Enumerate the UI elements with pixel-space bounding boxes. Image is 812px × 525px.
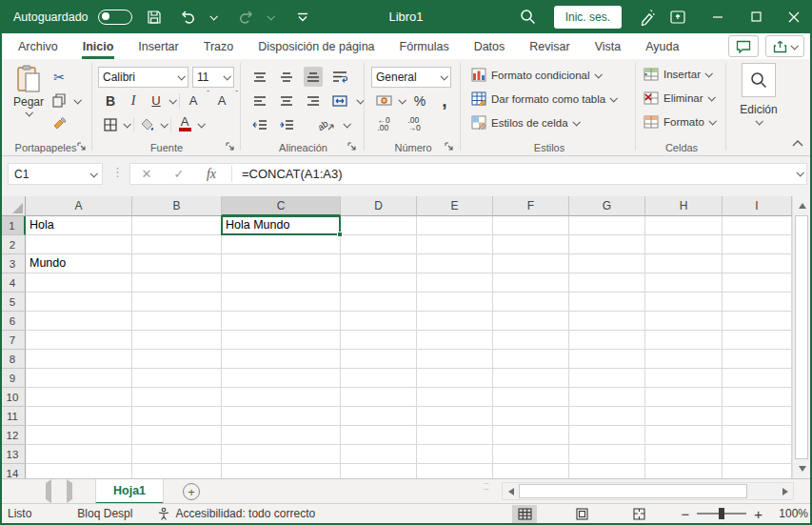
- search-icon[interactable]: [516, 5, 541, 30]
- cell-A13[interactable]: [26, 445, 132, 464]
- decrease-indent-icon[interactable]: [250, 114, 269, 134]
- cell-A11[interactable]: [26, 407, 132, 426]
- cell-E7[interactable]: [417, 331, 493, 350]
- underline-dropdown-icon[interactable]: [168, 96, 176, 104]
- comma-style-button[interactable]: ,: [435, 91, 454, 111]
- cell-E11[interactable]: [417, 407, 493, 426]
- decrease-decimal-button[interactable]: .00 →0: [405, 114, 424, 134]
- cell-F1[interactable]: [493, 216, 569, 235]
- cell-E14[interactable]: [417, 464, 493, 478]
- accounting-dropdown-icon[interactable]: [398, 96, 406, 104]
- format-painter-icon[interactable]: [50, 114, 69, 134]
- cell-F11[interactable]: [493, 407, 569, 426]
- paste-button[interactable]: Pegar: [10, 65, 48, 116]
- percent-style-button[interactable]: %: [410, 91, 429, 111]
- cell-A4[interactable]: [26, 273, 132, 293]
- column-header-G[interactable]: G: [569, 196, 645, 216]
- shrink-font-button[interactable]: Aˇ: [212, 91, 231, 111]
- cell-E1[interactable]: [417, 216, 493, 235]
- undo-dropdown-icon[interactable]: [209, 12, 217, 20]
- cell-F4[interactable]: [493, 273, 569, 293]
- page-layout-view-button[interactable]: [569, 505, 594, 523]
- cell-D6[interactable]: [341, 312, 417, 331]
- cell-H11[interactable]: [645, 407, 723, 426]
- new-sheet-button[interactable]: +: [183, 483, 200, 500]
- cell-E12[interactable]: [417, 426, 493, 445]
- cell-B6[interactable]: [132, 312, 222, 331]
- page-break-preview-button[interactable]: [626, 505, 651, 523]
- tab-ayuda[interactable]: Ayuda: [633, 33, 691, 59]
- zoom-slider[interactable]: [697, 513, 746, 515]
- select-all-button[interactable]: [0, 196, 26, 216]
- cell-H6[interactable]: [645, 312, 723, 331]
- cell-A3[interactable]: Mundo: [26, 254, 132, 273]
- cell-B1[interactable]: [132, 216, 222, 235]
- align-top-icon[interactable]: [250, 67, 269, 87]
- cell-B12[interactable]: [132, 426, 222, 445]
- cell-B5[interactable]: [132, 293, 222, 312]
- column-header-A[interactable]: A: [26, 196, 132, 216]
- increase-indent-icon[interactable]: [277, 114, 296, 134]
- cell-B3[interactable]: [132, 254, 222, 273]
- borders-dropdown-icon[interactable]: [123, 120, 130, 128]
- cell-G6[interactable]: [569, 312, 645, 331]
- row-header-2[interactable]: 2: [0, 235, 26, 254]
- tab-inicio[interactable]: Inicio: [70, 33, 127, 59]
- sign-in-button[interactable]: Inic. ses.: [554, 6, 622, 29]
- borders-icon[interactable]: [101, 114, 120, 134]
- font-color-button[interactable]: A: [175, 114, 194, 134]
- cell-H3[interactable]: [645, 254, 723, 273]
- cell-A8[interactable]: [26, 350, 132, 369]
- row-header-14[interactable]: 14: [0, 464, 26, 478]
- insert-function-icon[interactable]: fx: [195, 167, 228, 182]
- marker-pen-icon[interactable]: [635, 5, 660, 30]
- cell-E5[interactable]: [417, 293, 493, 312]
- cell-A5[interactable]: [26, 293, 132, 312]
- scroll-up-icon[interactable]: [793, 196, 811, 215]
- cell-D9[interactable]: [341, 369, 417, 388]
- row-header-1[interactable]: 1: [0, 216, 26, 235]
- font-size-select[interactable]: 11: [192, 67, 234, 88]
- collapse-ribbon-icon[interactable]: [792, 139, 803, 147]
- cell-B14[interactable]: [132, 464, 222, 478]
- fill-color-icon[interactable]: [138, 114, 157, 134]
- cell-F5[interactable]: [493, 293, 569, 312]
- cell-C12[interactable]: [222, 426, 341, 445]
- cell-I13[interactable]: [723, 445, 792, 464]
- cell-A9[interactable]: [26, 369, 132, 388]
- cell-D7[interactable]: [341, 331, 417, 350]
- tab-insertar[interactable]: Insertar: [126, 33, 190, 59]
- font-family-select[interactable]: Calibri: [98, 67, 188, 88]
- cell-B9[interactable]: [132, 369, 222, 388]
- conditional-formatting-button[interactable]: Formato condicional: [471, 68, 601, 82]
- cell-B8[interactable]: [132, 350, 222, 369]
- cell-D10[interactable]: [341, 388, 417, 407]
- cell-D2[interactable]: [341, 235, 417, 254]
- cell-D14[interactable]: [341, 464, 417, 478]
- cell-C14[interactable]: [222, 464, 341, 478]
- scroll-down-icon[interactable]: [793, 459, 811, 478]
- cell-G5[interactable]: [569, 293, 645, 312]
- cell-F6[interactable]: [493, 312, 569, 331]
- cell-E2[interactable]: [417, 235, 493, 254]
- cell-H7[interactable]: [645, 331, 723, 350]
- cell-H10[interactable]: [645, 388, 723, 407]
- cell-B13[interactable]: [132, 445, 222, 464]
- format-as-table-button[interactable]: Dar formato como tabla: [471, 91, 616, 106]
- column-header-E[interactable]: E: [417, 196, 493, 216]
- cell-H9[interactable]: [645, 369, 723, 388]
- cell-G1[interactable]: [569, 216, 645, 235]
- bold-button[interactable]: B: [101, 91, 120, 111]
- column-header-B[interactable]: B: [132, 196, 222, 216]
- row-header-13[interactable]: 13: [0, 445, 26, 464]
- scroll-left-icon[interactable]: [503, 483, 519, 499]
- column-header-C[interactable]: C: [222, 196, 341, 216]
- cell-F8[interactable]: [493, 350, 569, 369]
- sheet-scrollbar-splitter[interactable]: ⁚⁚: [484, 485, 489, 490]
- font-color-dropdown-icon[interactable]: [197, 120, 205, 128]
- close-button[interactable]: [782, 5, 806, 30]
- editing-button[interactable]: Edición: [738, 63, 780, 125]
- align-left-icon[interactable]: [250, 91, 269, 111]
- worksheet-grid[interactable]: ABCDEFGHI 1234567891011121314 HolaHola M…: [0, 196, 792, 478]
- row-header-6[interactable]: 6: [0, 312, 26, 331]
